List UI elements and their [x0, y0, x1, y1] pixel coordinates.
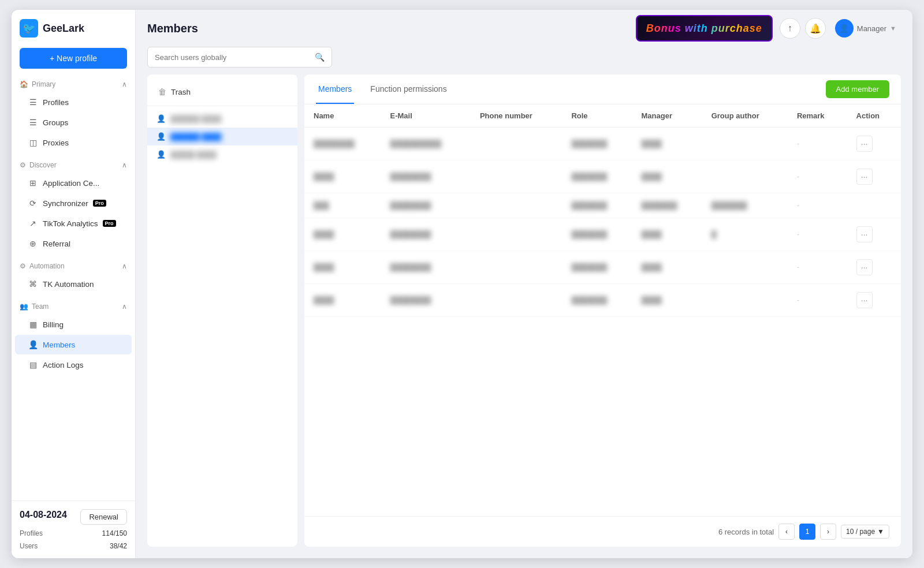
- sidebar-item-proxies[interactable]: ◫ Proxies: [15, 133, 132, 152]
- chevron-down-icon: ▼: [890, 25, 896, 32]
- renewal-button[interactable]: Renewal: [80, 509, 127, 525]
- table-row: ████████ ██████████ ███████ ████ - ···: [304, 128, 901, 160]
- proxies-icon: ◫: [28, 138, 38, 147]
- sidebar-item-synchronizer[interactable]: ⟳ Synchronizer Pro: [15, 193, 132, 213]
- referral-icon: ⊕: [28, 239, 38, 248]
- divider: [147, 106, 297, 106]
- members-label: Members: [43, 341, 75, 349]
- topbar-icons: ↑ 🔔 👤 Manager ▼: [780, 17, 901, 40]
- cell-manager: ████: [632, 160, 702, 193]
- sidebar-item-billing[interactable]: ▦ Billing: [15, 315, 132, 334]
- user-entry-3[interactable]: 👤 █████ ████: [147, 145, 297, 163]
- tab-function-permissions[interactable]: Function permissions: [368, 75, 449, 104]
- sidebar-item-tk-automation[interactable]: ⌘ TK Automation: [15, 274, 132, 294]
- logo-icon: 🐦: [20, 19, 38, 38]
- action-button[interactable]: ···: [856, 292, 873, 308]
- sidebar-item-groups[interactable]: ☰ Groups: [15, 113, 132, 132]
- user-info[interactable]: 👤 Manager ▼: [830, 17, 901, 40]
- tk-automation-label: TK Automation: [43, 280, 94, 289]
- users-stat-value: 38/42: [110, 542, 127, 550]
- action-button[interactable]: ···: [856, 136, 873, 152]
- action-logs-label: Action Logs: [43, 361, 84, 369]
- new-profile-button[interactable]: + New profile: [20, 48, 127, 69]
- action-button[interactable]: ···: [856, 169, 873, 185]
- cell-name: ████████: [304, 128, 381, 160]
- user-1-icon: 👤: [157, 114, 166, 123]
- action-button[interactable]: ···: [856, 259, 873, 275]
- tiktok-analytics-icon: ↗: [28, 219, 38, 228]
- bonus-text: Bonus with purchase: [646, 23, 762, 35]
- profiles-label: Profiles: [43, 98, 69, 107]
- add-member-button[interactable]: Add member: [826, 80, 889, 98]
- chevron-up-discover-icon: ∧: [122, 161, 127, 169]
- cell-manager: ████: [632, 251, 702, 284]
- chevron-up-automation-icon: ∧: [122, 262, 127, 270]
- tab-members[interactable]: Members: [316, 75, 354, 104]
- trash-label: Trash: [171, 88, 191, 96]
- cell-role: ███████: [562, 193, 632, 218]
- col-phone: Phone number: [471, 104, 562, 128]
- profiles-stat-value: 114/150: [102, 529, 127, 537]
- tab-actions: Add member: [826, 74, 889, 104]
- members-table: Name E-Mail Phone number Role Manager Gr…: [304, 104, 901, 516]
- main-content: Members Bonus with purchase ↑ 🔔 👤 Manage…: [136, 10, 912, 558]
- cell-group-author: ███████: [702, 193, 788, 218]
- pro-badge-synchronizer: Pro: [93, 200, 106, 207]
- page-1-button[interactable]: 1: [799, 524, 815, 540]
- sidebar-item-app-center[interactable]: ⊞ Application Ce...: [15, 173, 132, 193]
- sidebar-item-members[interactable]: 👤 Members: [15, 335, 132, 354]
- cell-name: ████: [304, 251, 381, 284]
- cell-email: ████████: [381, 193, 471, 218]
- sidebar-item-profiles[interactable]: ☰ Profiles: [15, 92, 132, 112]
- col-name: Name: [304, 104, 381, 128]
- search-input[interactable]: [155, 53, 315, 62]
- left-panel-item-trash[interactable]: 🗑 Trash: [147, 81, 297, 102]
- upload-icon-button[interactable]: ↑: [780, 18, 800, 39]
- trash-icon: 🗑: [158, 87, 166, 96]
- user-name: Manager: [857, 24, 886, 33]
- sidebar-section-discover-header[interactable]: ⚙ Discover ∧: [12, 158, 135, 173]
- cell-group-author: [702, 251, 788, 284]
- billing-icon: ▦: [28, 320, 38, 329]
- sidebar-section-discover: ⚙ Discover ∧ ⊞ Application Ce... ⟳ Synch…: [12, 158, 135, 259]
- cell-remark: -: [788, 160, 847, 193]
- bonus-banner[interactable]: Bonus with purchase: [636, 15, 773, 42]
- table-body: ████████ ██████████ ███████ ████ - ···: [304, 128, 901, 317]
- cell-role: ███████: [562, 251, 632, 284]
- cell-remark: -: [788, 251, 847, 284]
- sidebar-item-action-logs[interactable]: ▤ Action Logs: [15, 355, 132, 375]
- notification-icon-button[interactable]: 🔔: [805, 18, 826, 39]
- tiktok-analytics-label: TikTok Analytics: [43, 219, 98, 228]
- sidebar-section-primary-header[interactable]: 🏠 Primary ∧: [12, 77, 135, 92]
- col-remark: Remark: [788, 104, 847, 128]
- tabs-row: Members Function permissions Add member: [304, 74, 901, 104]
- table-footer: 6 records in total ‹ 1 › 10 / page ▼: [304, 516, 901, 547]
- cell-name: ███: [304, 193, 381, 218]
- synchronizer-icon: ⟳: [28, 199, 38, 208]
- synchronizer-label: Synchronizer: [43, 199, 88, 208]
- cell-manager: ███████: [632, 193, 702, 218]
- cell-phone: [471, 251, 562, 284]
- right-panel: Members Function permissions Add member …: [304, 74, 901, 547]
- next-page-button[interactable]: ›: [820, 524, 836, 540]
- per-page-selector[interactable]: 10 / page ▼: [841, 525, 889, 539]
- action-button[interactable]: ···: [856, 226, 873, 242]
- col-manager: Manager: [632, 104, 702, 128]
- sidebar-section-team: 👥 Team ∧ ▦ Billing 👤 Members ▤ Action Lo…: [12, 299, 135, 380]
- tk-automation-icon: ⌘: [28, 279, 38, 289]
- sidebar-item-tiktok-analytics[interactable]: ↗ TikTok Analytics Pro: [15, 214, 132, 233]
- cell-remark: -: [788, 193, 847, 218]
- data-table: Name E-Mail Phone number Role Manager Gr…: [304, 104, 901, 317]
- user-2-name: ██████ ████: [170, 133, 221, 141]
- sidebar-section-team-header[interactable]: 👥 Team ∧: [12, 299, 135, 314]
- user-entry-1[interactable]: 👤 ██████ ████: [147, 110, 297, 128]
- cell-group-author: [702, 128, 788, 160]
- sidebar-section-automation-header[interactable]: ⚙ Automation ∧: [12, 259, 135, 274]
- cell-phone: [471, 284, 562, 317]
- search-bar-container: 🔍: [136, 47, 912, 74]
- total-records: 6 records in total: [718, 528, 774, 536]
- prev-page-button[interactable]: ‹: [778, 524, 795, 540]
- user-entry-2[interactable]: 👤 ██████ ████: [147, 128, 297, 145]
- sidebar-item-referral[interactable]: ⊕ Referral: [15, 234, 132, 253]
- search-icon: 🔍: [315, 53, 325, 62]
